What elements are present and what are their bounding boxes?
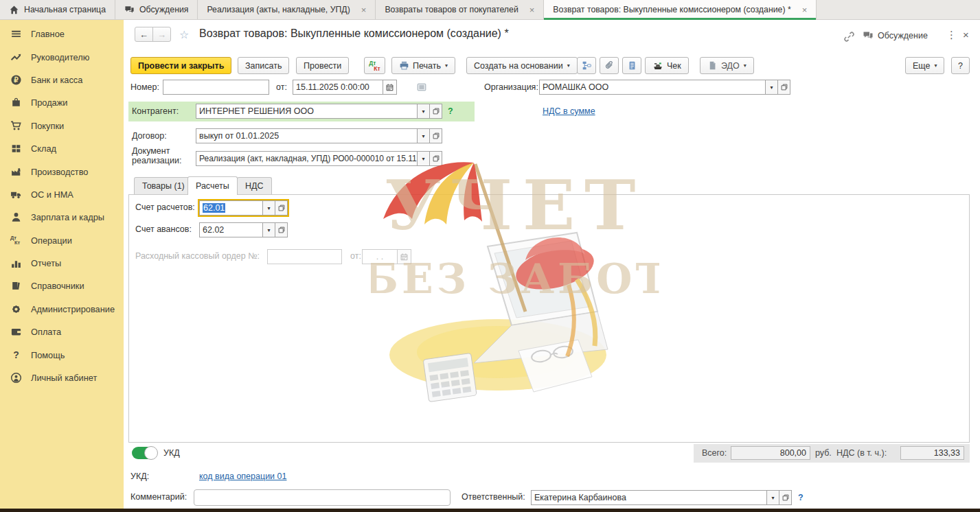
close-icon[interactable]: × (963, 29, 969, 40)
sidebar-item-label: Справочники (31, 281, 84, 291)
help-button[interactable]: ? (951, 57, 970, 74)
sidebar-item-label: Администрирование (31, 304, 115, 314)
tab-realization[interactable]: Реализация (акты, накладные, УПД) × (198, 0, 376, 19)
sidebar-item-sales[interactable]: Продажи (0, 91, 124, 114)
chevron-down-icon[interactable]: ▾ (263, 222, 275, 237)
responsible-hint-icon[interactable]: ? (798, 490, 804, 505)
sidebar-item-personal-account[interactable]: Личный кабинет (0, 366, 124, 389)
open-icon[interactable] (778, 80, 790, 95)
comment-field[interactable] (194, 489, 451, 506)
tab-vat[interactable]: НДС (237, 177, 272, 194)
organization-field[interactable]: РОМАШКА ООО ▾ (539, 80, 790, 95)
question-icon: ? (10, 349, 22, 360)
sidebar-item-label: Помощь (31, 350, 65, 360)
more-button[interactable]: Еще▾ (905, 57, 944, 74)
cash-order-number-field (267, 249, 342, 264)
date-field[interactable]: 15.11.2025 0:00:00 (293, 80, 397, 95)
advance-account-field[interactable]: 62.02 ▾ (199, 222, 288, 237)
open-icon[interactable] (275, 200, 288, 216)
open-icon[interactable] (275, 222, 288, 237)
chat-icon (124, 5, 135, 15)
operation-code-link[interactable]: код вида операции 01 (199, 472, 286, 481)
kebab-menu-icon[interactable]: ⋮ (946, 29, 957, 41)
settlement-account-field[interactable]: 62.01 ▾ (199, 200, 288, 216)
edo-button[interactable]: ЭДО▾ (700, 57, 754, 74)
counterparty-field[interactable]: ИНТЕРНЕТ РЕШЕНИЯ ООО ▾ (196, 104, 442, 119)
sidebar-item-production[interactable]: Производство (0, 160, 124, 183)
sidebar-item-bank-cash[interactable]: Банк и касса (0, 69, 124, 91)
sidebar-item-main[interactable]: Главное (0, 23, 124, 45)
chevron-down-icon[interactable]: ▾ (767, 490, 779, 505)
sidebar-item-label: Операции (31, 235, 72, 246)
ukd-toggle-label: УКД (163, 445, 180, 461)
back-button[interactable]: ← (135, 27, 153, 42)
number-field[interactable] (163, 80, 269, 95)
tab-close-icon[interactable]: × (361, 5, 367, 15)
sidebar-item-help[interactable]: ?Помощь (0, 343, 124, 366)
home-icon (9, 5, 19, 15)
open-icon[interactable] (430, 104, 442, 119)
sidebar-item-operations[interactable]: ДтКтОперации (0, 229, 124, 252)
register-button[interactable] (622, 57, 641, 74)
post-button[interactable]: Провести (296, 57, 349, 74)
calendar-icon[interactable] (383, 80, 397, 95)
tab-label: Возврат товаров: Выкупленные комиссионер… (553, 5, 790, 14)
related-documents-button[interactable] (577, 57, 596, 74)
post-and-close-button[interactable]: Провести и закрыть (130, 57, 231, 74)
chevron-down-icon[interactable]: ▾ (418, 104, 430, 119)
sidebar-item-directories[interactable]: Справочники (0, 275, 124, 297)
chevron-down-icon[interactable]: ▾ (418, 151, 430, 166)
save-button[interactable]: Записать (238, 57, 289, 74)
tab-return-document[interactable]: Возврат товаров: Выкупленные комиссионер… (544, 0, 817, 19)
sidebar-item-warehouse[interactable]: Склад (0, 137, 124, 160)
vat-mode-link[interactable]: НДС в сумме (543, 106, 595, 116)
currency-label: руб. (815, 445, 832, 461)
toggle-knob (144, 446, 158, 460)
dtkt-postings-button[interactable]: ДтКт (364, 57, 385, 74)
favorite-star-icon[interactable]: ☆ (179, 28, 189, 41)
cash-order-from-label: от: (350, 248, 361, 264)
chevron-down-icon[interactable]: ▾ (263, 200, 275, 216)
tab-settlements[interactable]: Расчеты (187, 176, 238, 195)
responsible-field[interactable]: Екатерина Карбаинова ▾ (531, 490, 792, 505)
open-icon[interactable] (430, 128, 442, 143)
chevron-down-icon[interactable]: ▾ (418, 128, 430, 143)
check-button[interactable]: Чек (645, 57, 689, 74)
sidebar-item-manager[interactable]: Руководителю (0, 45, 124, 68)
tab-close-icon[interactable]: × (802, 5, 808, 15)
tab-home[interactable]: Начальная страница (0, 0, 115, 19)
tab-close-icon[interactable]: × (529, 5, 535, 15)
sidebar-item-salary-hr[interactable]: Зарплата и кадры (0, 206, 124, 229)
list-select-icon[interactable] (415, 82, 428, 93)
attachments-button[interactable] (600, 57, 619, 74)
discussion-label: Обсуждение (878, 31, 928, 40)
open-icon[interactable] (430, 151, 442, 166)
chat-icon (863, 30, 874, 41)
wallet-icon (10, 326, 22, 338)
create-based-on-button[interactable]: Создать на основании▾ (466, 57, 578, 74)
print-button[interactable]: Печать▾ (391, 57, 455, 74)
responsible-label: Ответственный: (461, 489, 525, 504)
sidebar-item-os-nma[interactable]: ОС и НМА (0, 183, 124, 206)
chevron-down-icon[interactable]: ▾ (766, 80, 778, 95)
forward-button[interactable]: → (152, 27, 171, 42)
bag-icon (10, 97, 22, 108)
contract-field[interactable]: выкуп от 01.01.2025 ▾ (196, 128, 442, 143)
counterparty-hint-icon[interactable]: ? (448, 104, 453, 119)
tab-goods[interactable]: Товары (1) (134, 177, 193, 194)
page-title: Возврат товаров: Выкупленные комиссионер… (199, 27, 509, 40)
tab-discussions[interactable]: Обсуждения (115, 0, 198, 19)
vat-included-label: НДС (в т. ч.): (836, 445, 887, 461)
total-value: 800,00 (731, 446, 810, 460)
sidebar-item-payment[interactable]: Оплата (0, 321, 124, 343)
sidebar-item-purchases[interactable]: Покупки (0, 115, 124, 137)
sidebar-item-administration[interactable]: Администрирование (0, 298, 124, 321)
discussion-button[interactable]: Обсуждение (863, 30, 928, 41)
link-icon[interactable] (843, 31, 855, 43)
realization-doc-field[interactable]: Реализация (акт, накладная, УПД) РО00-00… (196, 151, 442, 166)
open-icon[interactable] (779, 490, 792, 505)
ukd-toggle[interactable] (132, 447, 157, 459)
sidebar-item-reports[interactable]: Отчеты (0, 252, 124, 275)
tab-returns-list[interactable]: Возвраты товаров от покупателей × (376, 0, 544, 19)
tab-label: Начальная страница (24, 5, 106, 14)
